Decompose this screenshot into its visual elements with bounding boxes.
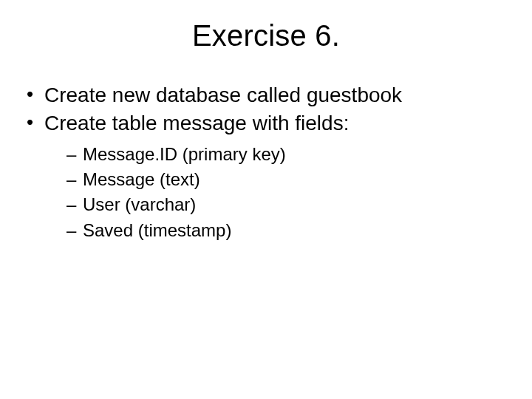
list-item: User (varchar) [66,193,510,216]
bullet-text: User (varchar) [83,194,196,214]
list-item: Message (text) [66,168,510,191]
sub-bullet-list: Message.ID (primary key) Message (text) … [44,143,510,243]
bullet-text: Saved (timestamp) [83,220,231,240]
bullet-text: Message.ID (primary key) [83,144,286,164]
bullet-text: Message (text) [83,169,200,189]
slide: Exercise 6. Create new database called g… [0,0,532,399]
bullet-text: Create table message with fields: [44,112,349,134]
bullet-text: Create new database called guestbook [44,83,402,106]
list-item: Message.ID (primary key) [66,143,510,166]
list-item: Create table message with fields: Messag… [25,110,510,242]
bullet-list: Create new database called guestbook Cre… [25,82,510,242]
list-item: Saved (timestamp) [66,219,510,242]
list-item: Create new database called guestbook [25,82,510,109]
slide-title: Exercise 6. [0,0,532,82]
slide-content: Create new database called guestbook Cre… [0,82,532,242]
